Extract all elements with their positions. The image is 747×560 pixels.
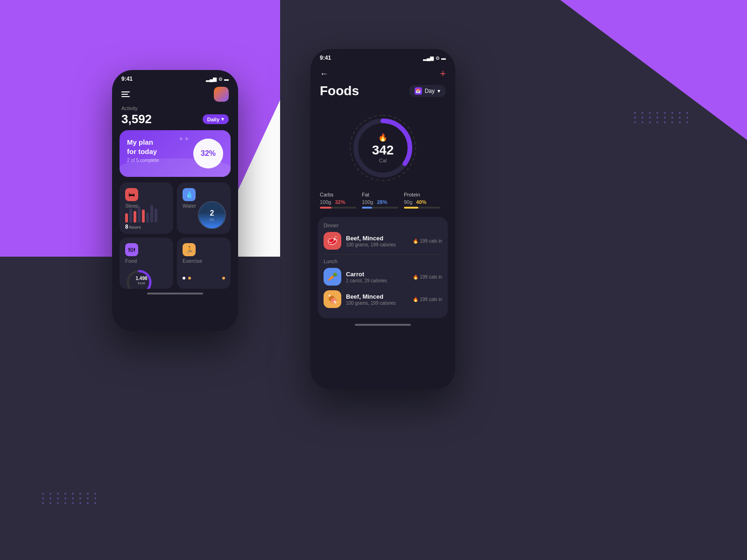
home-indicator-right xyxy=(355,324,411,326)
menu-icon[interactable] xyxy=(121,91,130,97)
activity-value: 3,592 xyxy=(121,112,152,126)
carbs-pct: 32% xyxy=(335,199,345,205)
calorie-ring-container: 🔥 342 Cal xyxy=(310,106,455,190)
status-bar-right: 9:41 ▂▄▆ ⊙ ▬ xyxy=(310,49,455,64)
beef-lunch-desc: 100 grams, 199 calories xyxy=(346,301,408,306)
plan-wave xyxy=(120,158,231,177)
mini-cards-grid: 🛏 Sleep 8hours 💧 Water 2 lits xyxy=(112,182,238,289)
protein-values: 90g 40% xyxy=(404,199,440,205)
carrot-cal: 🔥 199 cals in xyxy=(413,274,442,280)
carbs-bar-fill xyxy=(320,207,331,209)
activity-row: 3,592 Daily ▾ xyxy=(121,112,229,126)
chevron-down-icon: ▾ xyxy=(221,116,224,122)
beef-lunch-info: Beef, Minced 100 grams, 199 calories xyxy=(346,293,408,306)
back-button[interactable]: ← xyxy=(320,69,328,79)
macro-section: Carbs 100g 32% Fat 100g 28% xyxy=(310,192,455,217)
protein-bar-track xyxy=(404,207,440,209)
status-bar-left: 9:41 ▂▄▆ ⊙ ▬ xyxy=(112,70,238,85)
beef-desc: 100 grams, 199 calories xyxy=(346,242,408,247)
exercise-dots xyxy=(183,277,225,280)
carrot-info: Carrot 1 carrot, 29 calories xyxy=(346,271,408,283)
sleep-card[interactable]: 🛏 Sleep 8hours xyxy=(120,182,173,234)
dinner-section-label: Dinner xyxy=(324,223,442,228)
dots-right xyxy=(634,112,691,123)
activity-label: Activity xyxy=(121,105,229,111)
protein-pct: 40% xyxy=(416,199,426,205)
cal-value: 342 xyxy=(372,143,394,158)
calendar-icon: 📅 xyxy=(415,87,422,95)
food-icon: 🍽 xyxy=(125,243,138,256)
exercise-card[interactable]: 🏃 Exercise xyxy=(177,238,231,289)
calorie-ring: 🔥 342 Cal xyxy=(345,111,420,185)
flame-icon-beef: 🔥 xyxy=(413,238,418,244)
water-value: 2 xyxy=(210,209,214,217)
carbs-bar-track xyxy=(320,207,356,209)
right-phone: 9:41 ▂▄▆ ⊙ ▬ ← + Foods 📅 Day ▾ xyxy=(310,49,455,390)
carrot-desc: 1 carrot, 29 calories xyxy=(346,278,408,283)
food-item-beef-lunch[interactable]: 🍖 Beef, Minced 100 grams, 199 calories 🔥… xyxy=(324,290,442,308)
carbs-label: Carbs xyxy=(320,192,356,197)
sleep-icon: 🛏 xyxy=(125,188,138,201)
macro-protein: Protein 90g 40% xyxy=(404,192,446,209)
chevron-icon: ▾ xyxy=(437,88,440,94)
meal-divider-1 xyxy=(324,254,442,255)
exercise-label: Exercise xyxy=(183,258,225,264)
cal-center: 🔥 342 Cal xyxy=(345,111,420,185)
food-label: Food xyxy=(125,258,168,264)
flame-icon-beef-lunch: 🔥 xyxy=(413,297,418,302)
food-item-carrot[interactable]: 🥕 Carrot 1 carrot, 29 calories 🔥 199 cal… xyxy=(324,268,442,286)
fat-pct: 28% xyxy=(377,199,387,205)
exercise-icon: 🏃 xyxy=(183,243,196,256)
water-circle: 2 lits xyxy=(198,201,226,229)
carbs-amount: 100g xyxy=(320,199,331,205)
protein-amount: 90g xyxy=(404,199,412,205)
battery-icon: ▬ xyxy=(224,77,229,82)
water-unit: lits xyxy=(210,217,214,222)
foods-title-row: Foods 📅 Day ▾ xyxy=(310,80,455,104)
dots-left xyxy=(42,493,99,504)
plan-card[interactable]: + + My planfor today 2 of 5 complete 32% xyxy=(120,130,231,177)
foods-header: ← + xyxy=(310,64,455,80)
plan-dots: + + xyxy=(179,135,189,142)
activity-section: Activity 3,592 Daily ▾ xyxy=(112,105,238,130)
home-indicator-left xyxy=(147,293,203,294)
carbs-values: 100g 32% xyxy=(320,199,356,205)
status-icons-left: ▂▄▆ ⊙ ▬ xyxy=(206,77,229,82)
avatar[interactable] xyxy=(214,87,229,102)
food-card[interactable]: 🍽 Food 1.498 kcal xyxy=(120,238,173,289)
water-icon: 💧 xyxy=(183,188,196,201)
fat-bar-track xyxy=(362,207,398,209)
beef-lunch-icon: 🍖 xyxy=(324,290,341,308)
food-item-beef-dinner[interactable]: 🥩 Beef, Minced 100 grams, 199 calories 🔥… xyxy=(324,232,442,250)
lunch-section-label: Lunch xyxy=(324,259,442,264)
protein-bar-fill xyxy=(404,207,418,209)
protein-label: Protein xyxy=(404,192,440,197)
wifi-icon: ⊙ xyxy=(218,77,222,82)
wifi-icon-right: ⊙ xyxy=(436,56,439,61)
sleep-value: 8hours xyxy=(125,224,141,230)
flame-icon-carrot: 🔥 xyxy=(413,274,418,280)
macro-fat: Fat 100g 28% xyxy=(362,192,404,209)
food-list-container: Dinner 🥩 Beef, Minced 100 grams, 199 cal… xyxy=(318,217,448,318)
carrot-name: Carrot xyxy=(346,271,408,278)
beef-name: Beef, Minced xyxy=(346,235,408,242)
add-button[interactable]: + xyxy=(440,68,446,80)
foods-title: Foods xyxy=(320,84,359,98)
battery-icon-right: ▬ xyxy=(441,56,446,61)
beef-lunch-name: Beef, Minced xyxy=(346,293,408,300)
beef-cal: 🔥 199 cals in xyxy=(413,238,442,244)
flame-icon-large: 🔥 xyxy=(378,133,388,142)
macro-row: Carbs 100g 32% Fat 100g 28% xyxy=(320,192,446,209)
time-left: 9:41 xyxy=(121,76,133,82)
fat-amount: 100g xyxy=(362,199,373,205)
fat-bar-fill xyxy=(362,207,372,209)
daily-badge[interactable]: Daily ▾ xyxy=(203,114,229,124)
cal-unit: Cal xyxy=(379,158,387,163)
fat-values: 100g 28% xyxy=(362,199,398,205)
signal-icon: ▂▄▆ xyxy=(206,77,217,82)
beef-info: Beef, Minced 100 grams, 199 calories xyxy=(346,235,408,247)
day-period-badge[interactable]: 📅 Day ▾ xyxy=(409,85,446,97)
macro-carbs: Carbs 100g 32% xyxy=(320,192,362,209)
water-card[interactable]: 💧 Water 2 lits xyxy=(177,182,231,234)
fat-label: Fat xyxy=(362,192,398,197)
